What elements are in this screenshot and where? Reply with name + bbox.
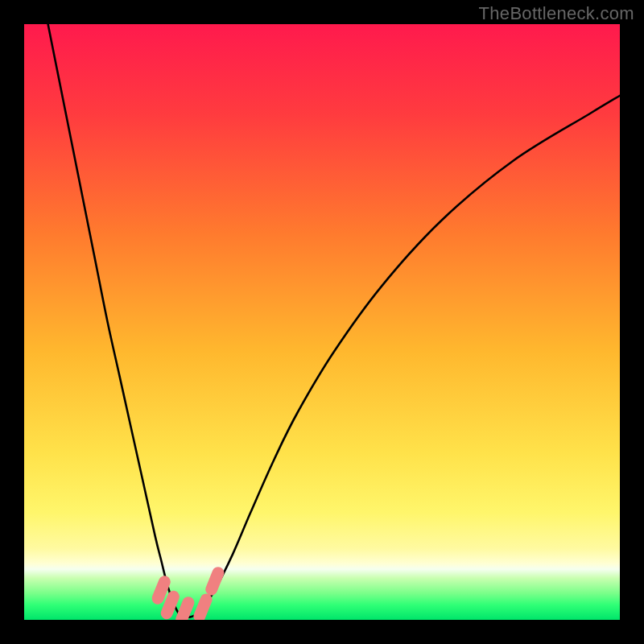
optimum-marker <box>204 565 226 597</box>
chart-frame: TheBottleneck.com <box>0 0 644 644</box>
bottleneck-curve <box>48 24 620 617</box>
optimum-marker <box>192 592 214 620</box>
watermark-label: TheBottleneck.com <box>479 3 634 24</box>
plot-area <box>24 24 620 620</box>
chart-svg <box>24 24 620 620</box>
optimum-markers <box>150 565 225 620</box>
